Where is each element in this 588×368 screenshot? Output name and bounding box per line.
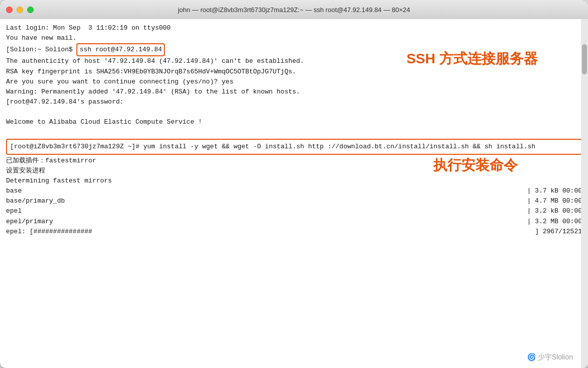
line-empty-1	[6, 107, 582, 117]
repo-base-primary-info: | 4.7 MB 00:00	[527, 196, 582, 206]
terminal-body: SSH 方式连接服务器 执行安装命令 Last login: Mon Sep 3…	[0, 19, 588, 368]
minimize-button[interactable]	[17, 7, 23, 13]
terminal-content: Last login: Mon Sep 3 11:02:19 on ttys00…	[6, 23, 582, 364]
progress-row: epel: [############### ] 2967/12521	[6, 227, 582, 237]
repo-row-epel-primary: epel/primary | 3.2 MB 00:00	[6, 217, 582, 227]
maximize-button[interactable]	[27, 7, 34, 13]
line-7: Warning: Permanently added '47.92.149.84…	[6, 87, 582, 97]
line-6: Are you sure you want to continue connec…	[6, 77, 582, 87]
repo-row-base-primary: base/primary_db | 4.7 MB 00:00	[6, 196, 582, 206]
line-1: Last login: Mon Sep 3 11:02:19 on ttys00…	[6, 23, 582, 33]
close-button[interactable]	[6, 7, 13, 13]
repo-epel-primary-info: | 3.2 MB 00:00	[527, 217, 582, 227]
line-password: [root@47.92.149.84's password:	[6, 97, 582, 107]
line-2: You have new mail.	[6, 33, 582, 43]
progress-right: ] 2967/12521	[535, 227, 582, 237]
install-annotation: 执行安装命令	[433, 156, 518, 175]
install-line-1: [root@iZ8vb3m3rt6730jz7ma129Z ~]# yum in…	[10, 143, 324, 150]
repo-base-name: base	[6, 186, 22, 196]
line-empty-2	[6, 127, 582, 137]
terminal-window: john — root@iZ8vb3m3rt6730jz7ma129Z:~ — …	[0, 0, 588, 368]
repo-base-primary-name: base/primary_db	[6, 196, 65, 206]
install-command-box: [root@iZ8vb3m3rt6730jz7ma129Z ~]# yum in…	[6, 139, 582, 155]
line-welcome: Welcome to Alibaba Cloud Elastic Compute…	[6, 117, 582, 127]
scrollbar-track[interactable]	[581, 19, 588, 368]
titlebar: john — root@iZ8vb3m3rt6730jz7ma129Z:~ — …	[0, 0, 588, 19]
repo-epel-name: epel	[6, 206, 22, 216]
install-line-2: ://download.bt.cn/install/install.sh && …	[328, 143, 535, 150]
window-title: john — root@iZ8vb3m3rt6730jz7ma129Z:~ — …	[178, 6, 410, 14]
repo-epel-info: | 3.2 kB 00:00	[527, 206, 582, 216]
repo-base-info: | 3.7 kB 00:00	[527, 186, 582, 196]
ssh-annotation: SSH 方式连接服务器	[407, 49, 538, 68]
repo-epel-primary-name: epel/primary	[6, 217, 53, 227]
repo-row-epel: epel | 3.2 kB 00:00	[6, 206, 582, 216]
line-mirrors: Determining fastest mirrors	[6, 176, 582, 186]
watermark: 🌀 少宇Slolion	[527, 353, 573, 362]
progress-left: epel: [###############	[6, 227, 92, 237]
repo-row-base: base | 3.7 kB 00:00	[6, 186, 582, 196]
scrollbar-thumb[interactable]	[582, 44, 587, 74]
ssh-command-box: ssh root@47.92.149.84	[76, 43, 165, 56]
